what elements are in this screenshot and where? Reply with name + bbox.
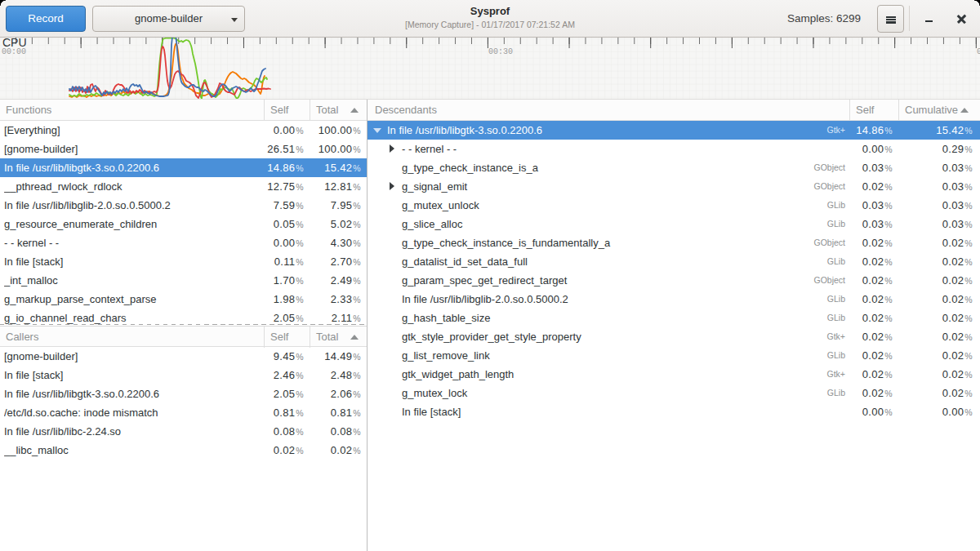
svg-text:00:30: 00:30 [488,47,513,56]
svg-text:00:00: 00:00 [2,47,26,56]
svg-text:01:00: 01:00 [977,47,980,56]
